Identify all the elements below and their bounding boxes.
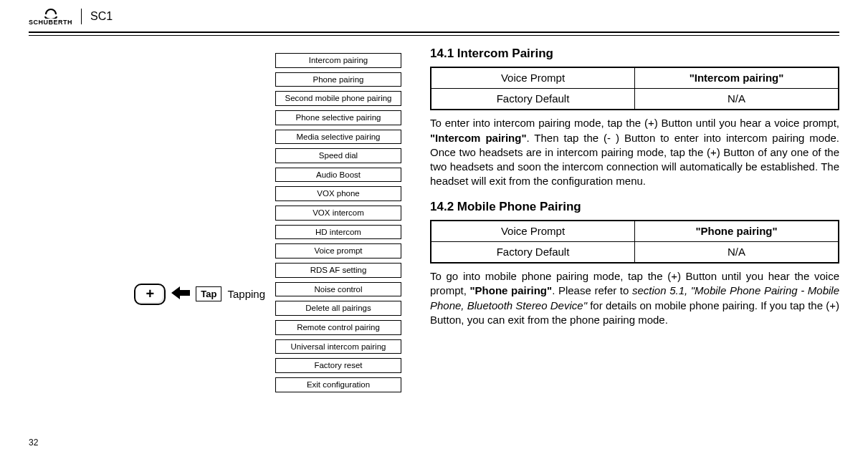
menu-item: Remote control pairing <box>275 320 401 335</box>
page-header: SCHUBERTH SC1 <box>29 7 839 30</box>
intercom-pairing-table: Voice Prompt "Intercom pairing" Factory … <box>430 67 839 111</box>
menu-item: Audio Boost <box>275 168 401 183</box>
menu-item: HD intercom <box>275 225 401 240</box>
section-title-14-1: 14.1 Intercom Pairing <box>430 46 839 62</box>
table-cell: Factory Default <box>431 241 635 263</box>
tap-box: Tap <box>196 286 221 301</box>
header-divider <box>81 9 82 24</box>
menu-item: Second mobile phone pairing <box>275 91 401 106</box>
brand-logo: SCHUBERTH <box>29 7 72 26</box>
plus-button-icon: + <box>134 284 166 305</box>
menu-item: Factory reset <box>275 358 401 373</box>
menu-item: Noise control <box>275 282 401 297</box>
menu-item: RDS AF setting <box>275 263 401 278</box>
model-name: SC1 <box>90 10 113 23</box>
left-column: + Tap Tapping Intercom pairingPhone pair… <box>29 46 401 392</box>
section-14-2-paragraph: To go into mobile phone pairing mode, ta… <box>430 269 839 327</box>
menu-item: Intercom pairing <box>275 53 401 68</box>
section-title-14-2: 14.2 Mobile Phone Pairing <box>430 199 839 216</box>
helmet-icon <box>43 7 59 19</box>
logo-block: SCHUBERTH SC1 <box>29 7 113 26</box>
menu-item: Phone selective pairing <box>275 110 401 125</box>
menu-list: Intercom pairingPhone pairingSecond mobi… <box>275 53 401 392</box>
section-14-1-paragraph: To enter into intercom pairing mode, tap… <box>430 116 839 188</box>
table-cell: Voice Prompt <box>431 221 635 242</box>
brand-name: SCHUBERTH <box>29 19 72 26</box>
phone-pairing-table: Voice Prompt "Phone pairing" Factory Def… <box>430 220 839 264</box>
menu-item: Voice prompt <box>275 243 401 259</box>
menu-item: Exit configuration <box>275 377 401 392</box>
menu-item: Speed dial <box>275 148 401 163</box>
table-cell: Voice Prompt <box>431 67 635 89</box>
arrow-left-icon <box>171 285 190 304</box>
menu-item: Media selective pairing <box>275 130 401 145</box>
page-number: 32 <box>29 438 38 448</box>
tap-label: Tapping <box>227 288 265 300</box>
table-cell: "Intercom pairing" <box>635 67 839 89</box>
menu-item: Delete all pairings <box>275 301 401 316</box>
right-column: 14.1 Intercom Pairing Voice Prompt "Inte… <box>430 46 839 392</box>
menu-item: VOX phone <box>275 186 401 201</box>
menu-item: Universal intercom pairing <box>275 339 401 354</box>
menu-item: VOX intercom <box>275 206 401 221</box>
table-cell: Factory Default <box>431 89 635 110</box>
table-cell: N/A <box>635 89 839 110</box>
tap-group: + Tap Tapping <box>134 284 265 305</box>
menu-item: Phone pairing <box>275 72 401 87</box>
table-cell: N/A <box>635 241 839 263</box>
header-rule <box>29 32 839 36</box>
table-cell: "Phone pairing" <box>635 221 839 242</box>
